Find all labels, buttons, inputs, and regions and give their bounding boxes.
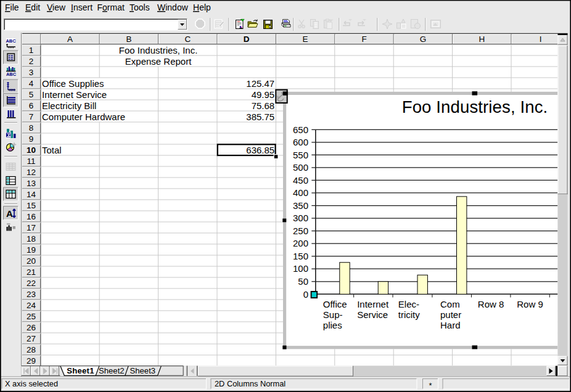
svg-text:Foo Industries, Inc.: Foo Industries, Inc. xyxy=(119,45,198,55)
svg-text:Internet: Internet xyxy=(357,299,389,309)
svg-text:View: View xyxy=(47,2,66,12)
svg-text:13: 13 xyxy=(27,179,36,188)
svg-text:250: 250 xyxy=(293,226,308,236)
svg-text:Window: Window xyxy=(157,2,189,12)
svg-text:14: 14 xyxy=(27,190,36,199)
svg-text:Tools: Tools xyxy=(129,2,150,12)
svg-text:A: A xyxy=(6,208,13,219)
svg-text:9: 9 xyxy=(29,134,34,144)
svg-text:D: D xyxy=(244,35,250,44)
svg-text:Hard: Hard xyxy=(440,320,461,330)
svg-text:27: 27 xyxy=(27,334,36,343)
svg-text:C: C xyxy=(184,35,191,44)
svg-text:650: 650 xyxy=(293,125,308,135)
svg-text:H: H xyxy=(479,35,485,44)
svg-text:550: 550 xyxy=(293,150,308,160)
svg-text:5: 5 xyxy=(29,90,34,99)
svg-text:tricity: tricity xyxy=(398,309,420,320)
svg-text:11: 11 xyxy=(27,157,35,166)
svg-text:29: 29 xyxy=(27,356,36,365)
svg-text:49.95: 49.95 xyxy=(252,89,275,100)
svg-text:125.47: 125.47 xyxy=(246,78,274,89)
svg-text:Office: Office xyxy=(323,299,347,309)
svg-text:12: 12 xyxy=(27,168,36,177)
svg-text:1: 1 xyxy=(29,46,34,55)
svg-text:A: A xyxy=(67,35,73,44)
svg-text:Help: Help xyxy=(193,2,211,12)
svg-text:10: 10 xyxy=(27,145,36,155)
svg-text:ABC: ABC xyxy=(6,71,17,77)
svg-text:28: 28 xyxy=(27,345,36,354)
svg-text:F: F xyxy=(361,35,366,44)
svg-text:Sup-: Sup- xyxy=(323,309,343,320)
svg-text:Row 9: Row 9 xyxy=(517,299,543,309)
svg-text:B: B xyxy=(126,35,131,44)
svg-text:Total: Total xyxy=(42,145,62,155)
svg-text:300: 300 xyxy=(293,213,308,223)
svg-text:2D Columns Normal: 2D Columns Normal xyxy=(215,379,286,388)
svg-text:600: 600 xyxy=(293,137,308,147)
svg-text:Electricity Bill: Electricity Bill xyxy=(42,100,96,111)
svg-text:7: 7 xyxy=(29,112,34,121)
svg-text:400: 400 xyxy=(293,187,308,198)
svg-text:17: 17 xyxy=(27,223,36,232)
svg-text:636.85: 636.85 xyxy=(246,145,274,155)
svg-text:Foo Industries, Inc.: Foo Industries, Inc. xyxy=(402,97,548,116)
svg-text:0: 0 xyxy=(303,289,308,300)
svg-text:File: File xyxy=(5,2,19,12)
svg-text:2: 2 xyxy=(29,57,34,66)
svg-text:18: 18 xyxy=(27,234,36,243)
svg-text:22: 22 xyxy=(27,279,36,288)
svg-text:Internet Service: Internet Service xyxy=(42,89,107,100)
svg-text:Row 8: Row 8 xyxy=(478,299,504,309)
svg-text:ABC: ABC xyxy=(6,38,16,44)
svg-text:puter: puter xyxy=(440,309,461,320)
svg-text:25: 25 xyxy=(27,312,36,321)
svg-text:Sheet2: Sheet2 xyxy=(99,366,125,375)
svg-text:Service: Service xyxy=(357,309,388,320)
svg-text:150: 150 xyxy=(293,251,308,261)
svg-text:Sheet3: Sheet3 xyxy=(129,366,155,375)
svg-text:350: 350 xyxy=(293,200,308,211)
svg-text:Computer Hardware: Computer Hardware xyxy=(42,112,125,122)
svg-text:Office Supplies: Office Supplies xyxy=(42,78,104,89)
svg-text:6: 6 xyxy=(29,101,34,110)
svg-text:200: 200 xyxy=(293,238,308,248)
svg-text:500: 500 xyxy=(293,162,308,173)
svg-text:100: 100 xyxy=(293,263,308,274)
svg-text:15: 15 xyxy=(27,201,36,210)
svg-text:23: 23 xyxy=(27,290,36,299)
svg-text:Expense Report: Expense Report xyxy=(125,56,192,67)
svg-text:24: 24 xyxy=(27,301,36,310)
svg-text:E: E xyxy=(303,35,308,44)
svg-text:G: G xyxy=(420,35,427,44)
svg-text:Com: Com xyxy=(440,299,460,309)
svg-text:75.68: 75.68 xyxy=(252,100,275,111)
svg-text:385.75: 385.75 xyxy=(246,112,274,122)
svg-text:4: 4 xyxy=(29,79,34,88)
svg-text:*: * xyxy=(429,381,432,390)
svg-text:50: 50 xyxy=(298,276,308,287)
svg-text:16: 16 xyxy=(27,212,36,221)
svg-text:8: 8 xyxy=(29,123,34,133)
svg-text:X axis selected: X axis selected xyxy=(5,379,58,388)
svg-text:Sheet1: Sheet1 xyxy=(67,366,94,375)
svg-text:Insert: Insert xyxy=(71,2,92,12)
svg-text:Format: Format xyxy=(97,2,125,12)
svg-text:plies: plies xyxy=(323,320,342,330)
svg-text:Elec-: Elec- xyxy=(398,299,419,309)
svg-text:3: 3 xyxy=(29,68,34,77)
svg-text:I: I xyxy=(540,35,542,44)
svg-text:21: 21 xyxy=(27,267,36,277)
svg-text:26: 26 xyxy=(27,323,36,332)
svg-text:20: 20 xyxy=(27,256,36,266)
svg-text:19: 19 xyxy=(27,245,36,255)
svg-text:Edit: Edit xyxy=(25,2,40,12)
svg-text:450: 450 xyxy=(293,175,308,186)
